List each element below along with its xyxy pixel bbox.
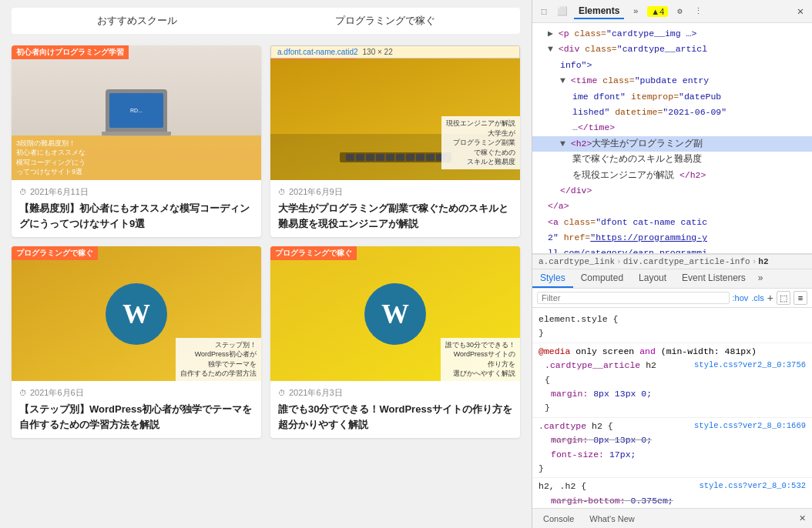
tab-computed[interactable]: Computed [573,269,631,288]
card-2-date: 2021年6月9日 [278,186,512,198]
card-1-title: 【難易度別】初心者にもオススメな模写コーディングにうってつけなサイト9選 [19,201,253,231]
tab-more[interactable]: » [753,269,768,288]
card-2-image: 現役エンジニアが解説大学生がプログラミング副業で稼ぐためのスキルと難易度 [270,45,520,180]
css-source-1[interactable]: style.css?ver2_8_0:3756 [694,359,806,372]
filter-icon-1[interactable]: ⬚ [777,291,790,305]
close-devtools-button[interactable]: ✕ [794,5,807,18]
card-3-badge-top: プログラミングで稼ぐ [12,246,98,260]
filter-class-toggle[interactable]: .cls [751,293,764,302]
card-2-thumb: a.dfont.cat-name.catid2 130 × 22 [270,45,520,180]
devtools-panel: ⬚ ⬜ Elements » ▲4 ⚙ ⋮ ✕ ▶ <p class="card… [532,0,812,528]
dom-line-5[interactable]: ime dfont" itemprop="datePub [532,89,812,105]
highlight-size: 130 × 22 [363,48,393,56]
css-rule-element-style: element.style { } [532,311,812,343]
card-3-thumb: W ステップ別！WordPress初心者が独学でテーマを自作するための学習方法 … [12,246,261,381]
close-bottom-bar-button[interactable]: ✕ [799,513,806,523]
styles-tabs-bar: Styles Computed Layout Event Listeners » [532,269,812,289]
devtools-bottom-bar: Console What's New ✕ [532,508,812,528]
css-rules-panel: element.style { } @media only screen and… [532,308,812,508]
card-4-title: 誰でも30分でできる！WordPressサイトの作り方を超分かりやすく解説 [278,402,512,432]
more-tabs-icon[interactable]: » [629,5,643,18]
filter-input[interactable] [537,292,730,304]
dom-line-12[interactable]: </a> [532,199,812,214]
dom-line-11[interactable]: </div> [532,183,812,199]
css-source-2[interactable]: style.css?ver2_8_0:1669 [694,419,806,433]
dom-line-9: 業で稼ぐためのスキルと難易度 [532,152,812,167]
devtools-topbar: ⬚ ⬜ Elements » ▲4 ⚙ ⋮ ✕ [532,0,812,23]
card-4-body: 2021年6月3日 誰でも30分でできる！WordPressサイトの作り方を超分… [270,381,520,438]
elements-tab[interactable]: Elements [574,4,624,19]
css-rule-cardtype-h2: .cardtype h2 { style.css?ver2_8_0:1669 m… [532,418,812,479]
css-rule-h2: h2, .h2 { style.css?ver2_8_0:532 margin-… [532,478,812,508]
dom-line-8[interactable]: ▼ <h2>大学生がプログラミング副 [532,136,812,152]
dom-line-15[interactable]: ll.com/category/earn-programmi [532,246,812,254]
dom-line-3[interactable]: info"> [532,58,812,73]
card-1[interactable]: RD... 3段階の難易度別！初心者にもオススメな模写コーディングにうってつけな… [12,45,261,237]
card-1-badge-top: 初心者向けプログラミング学習 [12,45,129,59]
settings-icon[interactable]: ⚙ [673,5,686,18]
dom-line-1[interactable]: ▶ <p class="cardtype__img …> [532,26,812,42]
device-icon[interactable]: ⬜ [555,5,569,18]
dom-line-10: を現役エンジニアが解説 </h2> [532,168,812,183]
console-tab[interactable]: Console [539,513,579,525]
breadcrumb-item-3[interactable]: h2 [758,257,768,266]
filter-add-button[interactable]: + [767,292,773,304]
nav-item-school[interactable]: おすすめスクール [97,14,177,28]
nav-item-earn[interactable]: プログラミングで稼ぐ [335,14,435,28]
dom-line-4[interactable]: ▼ <time class="pubdate entry [532,73,812,89]
warning-badge: ▲4 [647,6,668,17]
card-1-thumb: RD... 3段階の難易度別！初心者にもオススメな模写コーディングにうってつけな… [12,45,261,180]
card-4[interactable]: W 誰でも30分でできる！WordPressサイトの作り方を選びかへやすく解説 … [270,246,520,438]
dom-line-13[interactable]: <a class="dfont cat-name catic [532,215,812,230]
card-1-body: 2021年6月11日 【難易度別】初心者にもオススメな模写コーディングにうってつ… [12,180,261,237]
dom-line-7[interactable]: …</time> [532,120,812,135]
card-2[interactable]: a.dfont.cat-name.catid2 130 × 22 [270,45,520,237]
top-nav: おすすめスクール プログラミングで稼ぐ [12,8,520,34]
whats-new-tab[interactable]: What's New [585,513,639,525]
card-2-body: 2021年6月9日 大学生がプログラミング副業で稼ぐためのスキルと難易度を現役エ… [270,180,520,237]
card-1-date: 2021年6月11日 [19,186,253,198]
card-3-body: 2021年6月6日 【ステップ別】WordPress初心者が独学でテーマを自作す… [12,381,261,438]
dom-line-14[interactable]: 2" href="https://programming-y [532,230,812,246]
filter-icon-2[interactable]: ≡ [794,291,807,305]
card-3-title: 【ステップ別】WordPress初心者が独学でテーマを自作するための学習方法を解… [19,402,253,432]
css-rule-media: @media only screen and (min-width: 481px… [532,343,812,418]
card-4-date: 2021年6月3日 [278,387,512,399]
inspect-icon[interactable]: ⬚ [537,5,551,18]
card-4-thumb: W 誰でも30分でできる！WordPressサイトの作り方を選びかへやすく解説 … [270,246,520,381]
breadcrumb-item-2[interactable]: div.cardtype_article-info [623,257,750,266]
filter-hover-toggle[interactable]: :hov [733,293,749,302]
tab-layout[interactable]: Layout [631,269,674,288]
card-3[interactable]: W ステップ別！WordPress初心者が独学でテーマを自作するための学習方法 … [12,246,261,438]
breadcrumb: a.cardtype_link › div.cardtype_article-i… [532,254,812,269]
blog-panel: おすすめスクール プログラミングで稼ぐ RD... [0,0,532,528]
dom-line-2[interactable]: ▼ <div class="cardtype__articl [532,42,812,57]
card-2-title: 大学生がプログラミング副業で稼ぐためのスキルと難易度を現役エンジニアが解説 [278,201,512,231]
breadcrumb-item-1[interactable]: a.cardtype_link [539,257,615,266]
dom-line-6[interactable]: lished" datetime="2021-06-09" [532,105,812,120]
card-4-badge-top: プログラミングで稼ぐ [270,246,357,260]
filter-bar: :hov .cls + ⬚ ≡ [532,289,812,308]
highlight-url: a.dfont.cat-name.catid2 [277,48,358,56]
tab-event-listeners[interactable]: Event Listeners [674,269,753,288]
card-3-date: 2021年6月6日 [19,387,253,399]
tab-styles[interactable]: Styles [532,269,573,288]
more-menu-icon[interactable]: ⋮ [691,5,705,18]
css-source-3[interactable]: style.css?ver2_8_0:532 [699,480,806,493]
cards-grid: RD... 3段階の難易度別！初心者にもオススメな模写コーディングにうってつけな… [12,45,520,438]
dom-tree: ▶ <p class="cardtype__img …> ▼ <div clas… [532,23,812,254]
filter-icon-group: ⬚ ≡ [777,291,807,305]
